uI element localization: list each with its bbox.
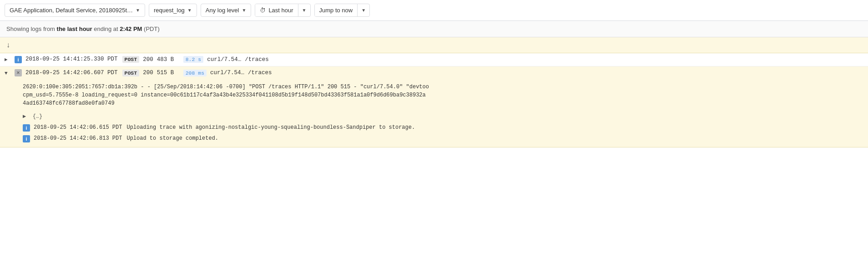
- jump-btn-arrow[interactable]: ▼: [358, 5, 369, 15]
- latency-value: 208 ms: [183, 70, 207, 76]
- status-code: 200: [143, 56, 153, 63]
- resource-selector-chevron: ▼: [136, 8, 140, 13]
- latency-value: 8.2 s: [183, 56, 204, 63]
- log-body-line: cpm_usd=5.7555e-8 loading_request=0 inst…: [23, 91, 429, 99]
- log-level-selector[interactable]: Any log level ▼: [201, 4, 252, 17]
- log-icon-info: i: [23, 135, 30, 142]
- status-bold1: the last hour: [57, 25, 92, 32]
- status-middle: ending at: [92, 25, 120, 32]
- http-method-badge: POST: [122, 70, 140, 76]
- jump-btn-split: Jump to now ▼: [314, 4, 370, 17]
- status-suffix: (PDT): [142, 25, 159, 32]
- log-timestamp: 2018-09-25 14:42:06.607 PDT: [25, 70, 118, 76]
- json-expander[interactable]: ▶ {…}: [23, 113, 42, 120]
- log-row: ▶ i 2018-09-25 14:41:25.330 PDT POST 200…: [0, 53, 868, 66]
- time-selector-arrow[interactable]: ▼: [298, 5, 310, 15]
- log-type-selector[interactable]: request_log ▼: [149, 4, 197, 17]
- log-level-chevron: ▼: [242, 8, 246, 13]
- status-bar: Showing logs from the last hour ending a…: [0, 21, 868, 37]
- user-agent: curl/7.54…: [207, 56, 241, 63]
- log-row-expanded: ▼ ✕ 2018-09-25 14:42:06.607 PDT POST 200…: [0, 66, 868, 147]
- time-selector-label: Last hour: [268, 7, 293, 14]
- log-type-label: request_log: [154, 7, 185, 14]
- sub-log-message: Upload to storage completed.: [126, 135, 218, 142]
- clock-icon: ⏱: [260, 7, 266, 14]
- http-method-badge: POST: [122, 56, 140, 63]
- status-code: 200: [143, 70, 153, 76]
- log-body: 2620:0:100e:305:2051:7657:db1a:392b - - …: [23, 79, 429, 111]
- log-fields: POST 200 515 B 208 ms curl/7.54… /traces: [122, 70, 272, 76]
- scroll-down-arrow: ↓: [6, 41, 10, 49]
- time-selector-main[interactable]: ⏱ Last hour: [255, 4, 298, 16]
- log-body-line: 2620:0:100e:305:2051:7657:db1a:392b - - …: [23, 83, 429, 91]
- resource-selector-label: GAE Application, Default Service, 201809…: [10, 7, 133, 14]
- jump-btn-main[interactable]: Jump to now: [315, 4, 358, 16]
- log-fields: POST 200 483 B 8.2 s curl/7.54… /traces: [122, 56, 269, 63]
- expand-button[interactable]: ▼: [5, 70, 12, 76]
- sub-log-timestamp: 2018-09-25 14:42:06.813 PDT: [34, 135, 122, 142]
- jump-btn-label: Jump to now: [319, 7, 353, 14]
- scroll-arrow-row[interactable]: ↓: [0, 37, 868, 53]
- log-icon-info: i: [15, 56, 22, 63]
- request-path: /traces: [248, 70, 272, 76]
- expand-button[interactable]: ▶: [5, 56, 12, 62]
- log-icon-default: ✕: [15, 69, 22, 76]
- log-timestamp: 2018-09-25 14:41:25.330 PDT: [25, 56, 118, 62]
- sub-log-row: i 2018-09-25 14:42:06.813 PDT Upload to …: [5, 133, 419, 144]
- sub-log-rows: i 2018-09-25 14:42:06.615 PDT Uploading …: [5, 122, 419, 144]
- sub-log-message: Uploading trace with agonizing-nostalgic…: [126, 124, 415, 131]
- sub-log-timestamp: 2018-09-25 14:42:06.615 PDT: [34, 124, 122, 131]
- status-prefix: Showing logs from: [6, 25, 57, 32]
- log-icon-info: i: [23, 124, 30, 132]
- toolbar: GAE Application, Default Service, 201809…: [0, 0, 868, 21]
- response-size: 515 B: [157, 70, 180, 76]
- request-path: /traces: [245, 56, 269, 63]
- sub-log-row: i 2018-09-25 14:42:06.615 PDT Uploading …: [5, 122, 419, 133]
- user-agent: curl/7.54…: [210, 70, 244, 76]
- log-area: ▶ i 2018-09-25 14:41:25.330 PDT POST 200…: [0, 53, 868, 147]
- log-level-label: Any log level: [206, 7, 239, 14]
- resource-selector[interactable]: GAE Application, Default Service, 201809…: [5, 4, 145, 17]
- response-size: 483 B: [157, 56, 180, 63]
- log-body-line: 4ad163748fc67788fad8e0fa0749: [23, 99, 429, 107]
- expanded-main: ▼ ✕ 2018-09-25 14:42:06.607 PDT POST 200…: [5, 69, 863, 76]
- log-type-chevron: ▼: [187, 8, 192, 13]
- time-selector-split: ⏱ Last hour ▼: [255, 4, 310, 17]
- status-bold2: 2:42 PM: [120, 25, 142, 32]
